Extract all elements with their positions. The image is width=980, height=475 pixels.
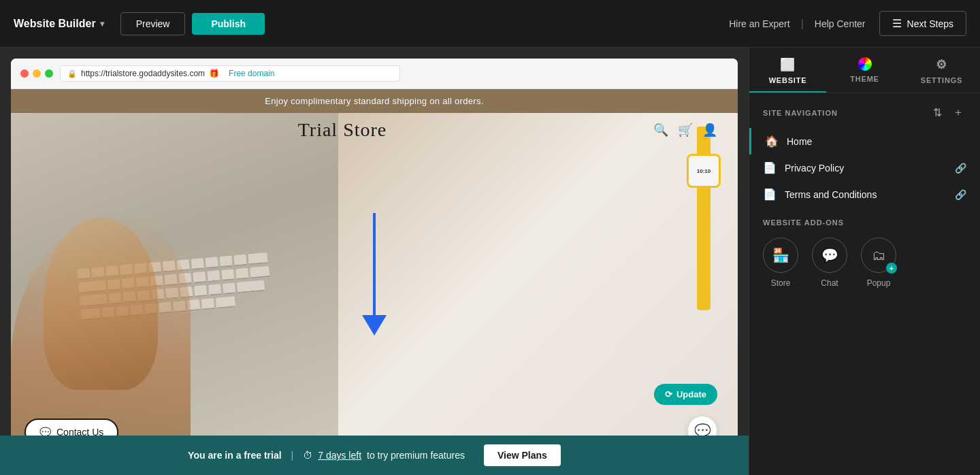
tab-theme-label: THEME — [850, 75, 879, 83]
nav-home-label: Home — [787, 136, 966, 147]
store-addon-label: Store — [771, 278, 791, 288]
help-center-link[interactable]: Help Center — [815, 18, 866, 29]
browser-dots — [20, 69, 53, 78]
browser-frame: 🔒 https://trialstore.godaddysites.com 🎁 … — [11, 59, 738, 436]
arrow-head — [362, 315, 387, 335]
keyboard-area — [11, 113, 338, 436]
trial-suffix: to try premium features — [367, 450, 465, 461]
preview-button[interactable]: Preview — [120, 12, 186, 35]
tab-settings[interactable]: ⚙ SETTINGS — [903, 48, 980, 93]
contact-label: Contact Us — [56, 427, 103, 436]
gear-icon: ⚙ — [936, 57, 947, 72]
chat-icon: 💬 — [821, 247, 838, 263]
dot-yellow — [33, 69, 41, 78]
header-divider: | — [801, 18, 804, 30]
browser-chrome: 🔒 https://trialstore.godaddysites.com 🎁 … — [11, 59, 738, 89]
publish-button[interactable]: Publish — [192, 13, 265, 35]
tab-theme[interactable]: THEME — [826, 48, 903, 93]
right-sidebar: ⬜ WEBSITE THEME ⚙ SETTINGS SITE NAVIGATI… — [749, 48, 980, 475]
contact-us-button[interactable]: 💬 Contact Us — [24, 419, 118, 436]
popup-plus-badge: + — [886, 263, 897, 274]
nav-item-privacy-policy[interactable]: 📄 Privacy Policy 🔗 — [749, 154, 980, 181]
popup-addon-circle: 🗂 + — [861, 238, 896, 273]
browser-address-bar[interactable]: 🔒 https://trialstore.godaddysites.com 🎁 … — [60, 65, 400, 82]
hero-background: 10:10 Trial Store 🔍 🛒 👤 — [11, 113, 738, 436]
monitor-icon: ⬜ — [780, 57, 796, 72]
addons-label: WEBSITE ADD-ONS — [763, 218, 966, 227]
chat-addon-label: Chat — [821, 278, 838, 288]
trial-pipe: | — [291, 450, 294, 461]
privacy-link-icon: 🔗 — [955, 163, 966, 174]
chat-bubble-icon: 💬 — [694, 423, 711, 436]
watch-strap-bottom — [697, 188, 710, 310]
trial-text: You are in a free trial — [188, 450, 281, 461]
arrow-line — [373, 213, 376, 315]
reorder-nav-button[interactable]: ⇅ — [930, 105, 945, 120]
brand-label: Website Builder — [14, 18, 96, 30]
nav-terms-label: Terms and Conditions — [785, 189, 947, 200]
home-icon: 🏠 — [765, 135, 779, 148]
trial-bar: You are in a free trial | ⏱ 7 days left … — [0, 436, 749, 475]
header: Website Builder ▾ Preview Publish Hire a… — [0, 0, 980, 48]
contact-icon: 💬 — [39, 427, 51, 436]
nav-item-home[interactable]: 🏠 Home — [749, 128, 980, 154]
chat-addon-circle: 💬 — [812, 238, 847, 273]
sidebar-tabs: ⬜ WEBSITE THEME ⚙ SETTINGS — [749, 48, 980, 93]
canvas-area: 🔒 https://trialstore.godaddysites.com 🎁 … — [0, 48, 749, 475]
addon-chat[interactable]: 💬 Chat — [812, 238, 847, 288]
popup-addon-label: Popup — [867, 278, 891, 288]
dot-red — [20, 69, 29, 78]
watch-visual: 10:10 — [683, 127, 724, 310]
page-icon: 📄 — [763, 161, 777, 174]
browser-url: https://trialstore.godaddysites.com — [81, 69, 205, 78]
user-icon[interactable]: 👤 — [702, 122, 717, 137]
store-addon-circle: 🏪 — [763, 238, 798, 273]
next-steps-button[interactable]: ☰ Next Steps — [879, 11, 966, 36]
store-icon: 🏪 — [772, 247, 789, 263]
site-navigation-header: SITE NAVIGATION ⇅ ＋ — [749, 93, 980, 128]
site-nav-overlay: Trial Store 🔍 🛒 👤 — [11, 113, 738, 147]
site-content: Enjoy complimentary standard shipping on… — [11, 89, 738, 436]
site-nav-icons: 🔍 🛒 👤 — [653, 122, 717, 137]
tab-website[interactable]: ⬜ WEBSITE — [749, 48, 826, 93]
trial-bar-text: You are in a free trial | ⏱ 7 days left … — [188, 450, 465, 461]
site-store-name: Trial Store — [31, 119, 653, 141]
next-steps-icon: ☰ — [892, 17, 902, 30]
tab-settings-label: SETTINGS — [921, 76, 962, 84]
update-label: Update — [676, 389, 706, 399]
clock-icon: ⏱ — [303, 450, 312, 461]
update-button[interactable]: ⟳ Update — [654, 384, 717, 405]
page-icon-2: 📄 — [763, 188, 777, 201]
hand-overlay-2 — [44, 217, 158, 391]
days-left-link[interactable]: 7 days left — [318, 450, 361, 461]
free-domain-label[interactable]: Free domain — [229, 69, 274, 78]
brand-chevron-icon: ▾ — [100, 19, 104, 29]
addons-grid: 🏪 Store 💬 Chat 🗂 + — [763, 238, 966, 288]
popup-icon: 🗂 — [872, 248, 885, 263]
site-banner: Enjoy complimentary standard shipping on… — [11, 89, 738, 113]
next-steps-label: Next Steps — [907, 18, 953, 29]
nav-privacy-label: Privacy Policy — [785, 163, 947, 174]
lock-icon: 🔒 — [67, 69, 77, 78]
search-icon[interactable]: 🔍 — [653, 122, 668, 137]
gift-icon: 🎁 — [209, 69, 219, 78]
cart-icon[interactable]: 🛒 — [678, 122, 693, 137]
blue-arrow — [362, 213, 387, 335]
view-plans-button[interactable]: View Plans — [484, 444, 561, 466]
terms-link-icon: 🔗 — [955, 189, 966, 200]
nav-item-terms[interactable]: 📄 Terms and Conditions 🔗 — [749, 181, 980, 208]
site-navigation-label: SITE NAVIGATION — [763, 109, 838, 117]
watch-face: 10:10 — [687, 154, 721, 188]
addon-store[interactable]: 🏪 Store — [763, 238, 798, 288]
add-nav-item-button[interactable]: ＋ — [950, 104, 966, 121]
tab-website-label: WEBSITE — [769, 76, 807, 84]
brand[interactable]: Website Builder ▾ — [14, 18, 104, 30]
hire-expert-link[interactable]: Hire an Expert — [729, 18, 789, 29]
site-hero: 10:10 Trial Store 🔍 🛒 👤 — [11, 113, 738, 436]
addon-popup[interactable]: 🗂 + Popup — [861, 238, 896, 288]
header-links: Hire an Expert | Help Center — [729, 18, 865, 30]
main-body: 🔒 https://trialstore.godaddysites.com 🎁 … — [0, 48, 980, 475]
addons-section: WEBSITE ADD-ONS 🏪 Store 💬 Chat — [749, 208, 980, 299]
dot-green — [45, 69, 53, 78]
color-wheel-icon — [858, 57, 872, 71]
